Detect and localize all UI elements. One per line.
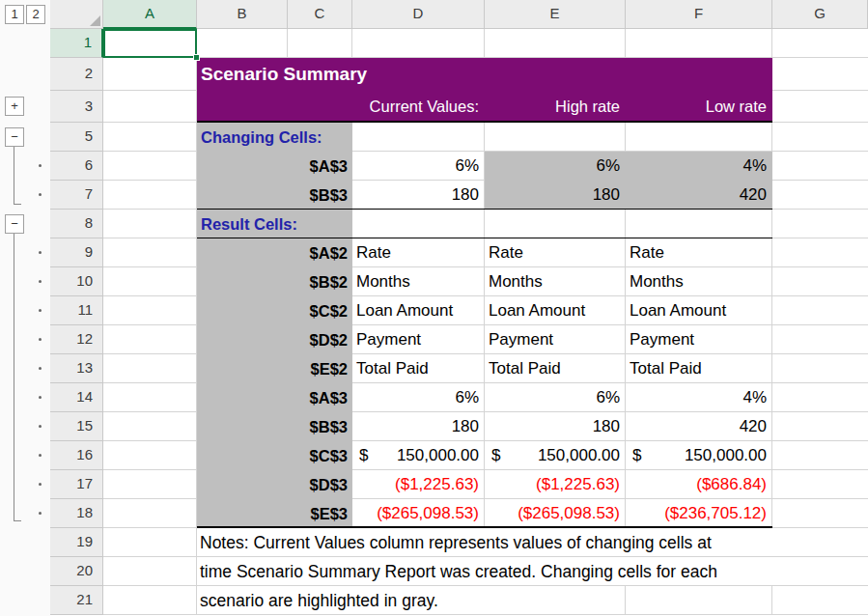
cell-E16[interactable]: $150,000.00	[485, 441, 626, 470]
cells-grid[interactable]: Scenario SummaryCurrent Values:High rate…	[103, 29, 868, 616]
row-header-15[interactable]: 15	[50, 412, 103, 441]
cell-D16[interactable]: $150,000.00	[352, 441, 485, 470]
row-header-16[interactable]: 16	[50, 441, 103, 470]
cell-C9[interactable]: $A$2	[288, 238, 352, 267]
cell-C10[interactable]: $B$2	[288, 267, 352, 296]
cell-F13[interactable]: Total Paid	[626, 354, 772, 383]
cell-D3[interactable]: Current Values:	[352, 91, 485, 123]
cell-C17[interactable]: $D$3	[288, 470, 352, 499]
outline-detail-dot	[39, 309, 42, 312]
cell-C11[interactable]: $C$2	[288, 296, 352, 325]
row-header-9[interactable]: 9	[50, 238, 103, 267]
row-header-13[interactable]: 13	[50, 354, 103, 383]
cell-E10[interactable]: Months	[485, 267, 626, 296]
outline-detail-dot	[39, 483, 42, 486]
cell-E12[interactable]: Payment	[485, 325, 626, 354]
cell-B21[interactable]: scenario are highlighted in gray.	[197, 586, 438, 615]
cell-F16[interactable]: $150,000.00	[626, 441, 772, 470]
cell-D12[interactable]: Payment	[352, 325, 485, 354]
cell-D7[interactable]: 180	[352, 181, 485, 210]
cell-E18[interactable]: ($265,098.53)	[485, 499, 626, 528]
cell-B20[interactable]: time Scenario Summary Report was created…	[197, 557, 717, 586]
cell-F17[interactable]: ($686.84)	[626, 470, 772, 499]
cell-D9[interactable]: Rate	[352, 238, 485, 267]
outline-collapse-button-2[interactable]: −	[5, 214, 24, 234]
outline-level-1-button[interactable]: 1	[5, 5, 24, 24]
cell-F10[interactable]: Months	[626, 267, 772, 296]
outline-detail-dot	[39, 396, 42, 399]
row-header-10[interactable]: 10	[50, 267, 103, 296]
cell-D6[interactable]: 6%	[352, 152, 485, 181]
cell-B2[interactable]: Scenario Summary	[197, 58, 367, 91]
active-cell-outline[interactable]	[103, 29, 197, 58]
cell-F11[interactable]: Loan Amount	[626, 296, 772, 325]
row-header-20[interactable]: 20	[50, 557, 103, 586]
cell-E17[interactable]: ($1,225.63)	[485, 470, 626, 499]
cell-B19[interactable]: Notes: Current Values column represents …	[197, 528, 712, 557]
outline-detail-dot	[39, 512, 42, 515]
cell-C14[interactable]: $A$3	[288, 383, 352, 412]
column-header-B[interactable]: B	[197, 0, 288, 29]
cell-F15[interactable]: 420	[626, 412, 772, 441]
cell-D10[interactable]: Months	[352, 267, 485, 296]
outline-expand-button[interactable]: +	[5, 97, 24, 116]
row-header-17[interactable]: 17	[50, 470, 103, 499]
row-header-5[interactable]: 5	[50, 123, 103, 152]
row-header-18[interactable]: 18	[50, 499, 103, 528]
row-header-21[interactable]: 21	[50, 586, 103, 615]
row-header-7[interactable]: 7	[50, 181, 103, 210]
column-header-A[interactable]: A	[103, 0, 197, 29]
cell-D11[interactable]: Loan Amount	[352, 296, 485, 325]
column-header-F[interactable]: F	[626, 0, 772, 29]
cell-B8[interactable]: Result Cells:	[197, 210, 297, 238]
cell-F7[interactable]: 420	[626, 181, 772, 210]
cell-D14[interactable]: 6%	[352, 383, 485, 412]
row-header-14[interactable]: 14	[50, 383, 103, 412]
cell-F9[interactable]: Rate	[626, 238, 772, 267]
cell-C18[interactable]: $E$3	[288, 499, 352, 528]
cell-E6[interactable]: 6%	[485, 152, 626, 181]
cell-F18[interactable]: ($236,705.12)	[626, 499, 772, 528]
row-header-2[interactable]: 2	[50, 58, 103, 91]
row-header-11[interactable]: 11	[50, 296, 103, 325]
cell-E3[interactable]: High rate	[485, 91, 626, 123]
cell-B5[interactable]: Changing Cells:	[197, 123, 322, 152]
outline-detail-dot	[39, 425, 42, 428]
cell-F12[interactable]: Payment	[626, 325, 772, 354]
cell-C15[interactable]: $B$3	[288, 412, 352, 441]
column-header-E[interactable]: E	[485, 0, 626, 29]
cell-D18[interactable]: ($265,098.53)	[352, 499, 485, 528]
cell-C16[interactable]: $C$3	[288, 441, 352, 470]
cell-F14[interactable]: 4%	[626, 383, 772, 412]
cell-F6[interactable]: 4%	[626, 152, 772, 181]
cell-D15[interactable]: 180	[352, 412, 485, 441]
row-header-6[interactable]: 6	[50, 152, 103, 181]
cell-E7[interactable]: 180	[485, 181, 626, 210]
cell-C12[interactable]: $D$2	[288, 325, 352, 354]
column-header-C[interactable]: C	[288, 0, 352, 29]
row-header-19[interactable]: 19	[50, 528, 103, 557]
row-header-12[interactable]: 12	[50, 325, 103, 354]
cell-F3[interactable]: Low rate	[626, 91, 772, 123]
excel-scenario-summary-window: 1 2 + − − ABCDEFG 1235678910111213141516…	[0, 0, 868, 616]
select-all-button[interactable]	[50, 0, 103, 29]
row-header-3[interactable]: 3	[50, 91, 103, 123]
column-header-G[interactable]: G	[772, 0, 868, 29]
outline-bracket-1-end	[14, 204, 21, 205]
cell-D17[interactable]: ($1,225.63)	[352, 470, 485, 499]
outline-collapse-button-1[interactable]: −	[5, 127, 24, 147]
fill-handle[interactable]	[193, 54, 200, 61]
cell-E14[interactable]: 6%	[485, 383, 626, 412]
cell-C6[interactable]: $A$3	[288, 152, 352, 181]
cell-E11[interactable]: Loan Amount	[485, 296, 626, 325]
cell-E9[interactable]: Rate	[485, 238, 626, 267]
cell-E13[interactable]: Total Paid	[485, 354, 626, 383]
cell-E15[interactable]: 180	[485, 412, 626, 441]
cell-C13[interactable]: $E$2	[288, 354, 352, 383]
column-header-D[interactable]: D	[352, 0, 485, 29]
cell-D13[interactable]: Total Paid	[352, 354, 485, 383]
cell-C7[interactable]: $B$3	[288, 181, 352, 210]
row-header-1[interactable]: 1	[50, 29, 103, 58]
outline-level-2-button[interactable]: 2	[26, 5, 45, 24]
row-header-8[interactable]: 8	[50, 210, 103, 238]
